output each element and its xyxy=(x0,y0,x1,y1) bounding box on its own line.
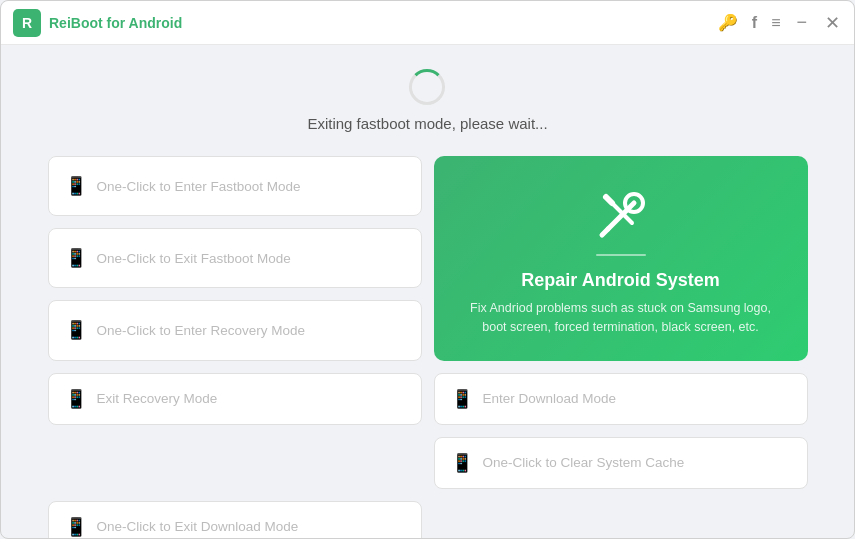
phone-icon-2: 📱 xyxy=(65,247,87,269)
spinner xyxy=(409,69,445,105)
repair-divider xyxy=(596,254,646,256)
phone-icon-5: 📱 xyxy=(451,388,473,410)
enter-recovery-label: One-Click to Enter Recovery Mode xyxy=(97,323,306,338)
exit-fastboot-button[interactable]: 📱 One-Click to Exit Fastboot Mode xyxy=(48,228,422,288)
phone-icon-1: 📱 xyxy=(65,175,87,197)
repair-card[interactable]: Repair Android System Fix Andriod proble… xyxy=(434,156,808,361)
clear-cache-label: One-Click to Clear System Cache xyxy=(483,455,685,470)
phone-icon-6: 📱 xyxy=(65,516,87,538)
close-button[interactable]: ✕ xyxy=(823,12,842,34)
exit-recovery-label: Exit Recovery Mode xyxy=(97,391,218,406)
exit-download-label: One-Click to Exit Download Mode xyxy=(97,519,299,534)
menu-icon[interactable]: ≡ xyxy=(771,14,780,32)
title-bar-right: 🔑 f ≡ − ✕ xyxy=(718,12,842,34)
app-logo: R xyxy=(13,9,41,37)
enter-download-button[interactable]: 📱 Enter Download Mode xyxy=(434,373,808,425)
repair-desc: Fix Andriod problems such as stuck on Sa… xyxy=(458,299,784,337)
svg-line-2 xyxy=(602,229,608,235)
facebook-icon[interactable]: f xyxy=(752,14,757,32)
clear-cache-button[interactable]: 📱 One-Click to Clear System Cache xyxy=(434,437,808,489)
enter-download-label: Enter Download Mode xyxy=(483,391,617,406)
key-icon[interactable]: 🔑 xyxy=(718,13,738,32)
enter-fastboot-label: One-Click to Enter Fastboot Mode xyxy=(97,179,301,194)
exit-download-button[interactable]: 📱 One-Click to Exit Download Mode xyxy=(48,501,422,540)
buttons-grid: 📱 One-Click to Enter Fastboot Mode Repai… xyxy=(48,156,808,539)
phone-icon-4: 📱 xyxy=(65,388,87,410)
app-title: ReiBoot for Android xyxy=(49,15,182,31)
title-bar: R ReiBoot for Android 🔑 f ≡ − ✕ xyxy=(1,1,854,45)
title-bar-left: R ReiBoot for Android xyxy=(13,9,182,37)
svg-line-0 xyxy=(608,203,634,229)
minimize-button[interactable]: − xyxy=(794,12,809,33)
exit-fastboot-label: One-Click to Exit Fastboot Mode xyxy=(97,251,291,266)
svg-line-4 xyxy=(606,197,612,203)
repair-title: Repair Android System xyxy=(521,270,719,291)
enter-fastboot-button[interactable]: 📱 One-Click to Enter Fastboot Mode xyxy=(48,156,422,216)
phone-icon-3: 📱 xyxy=(65,319,87,341)
repair-icon xyxy=(591,186,651,246)
enter-recovery-button[interactable]: 📱 One-Click to Enter Recovery Mode xyxy=(48,300,422,360)
exit-recovery-button[interactable]: 📱 Exit Recovery Mode xyxy=(48,373,422,425)
main-content: Exiting fastboot mode, please wait... 📱 … xyxy=(1,45,854,539)
phone-icon-7: 📱 xyxy=(451,452,473,474)
loading-text: Exiting fastboot mode, please wait... xyxy=(307,115,547,132)
loading-area: Exiting fastboot mode, please wait... xyxy=(307,69,547,132)
